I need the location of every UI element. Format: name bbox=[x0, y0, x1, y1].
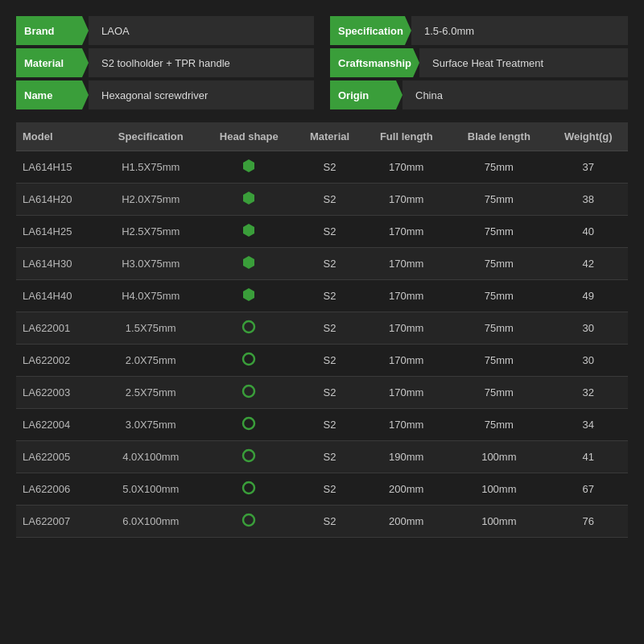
table-cell: LA622007 bbox=[16, 506, 100, 538]
svg-marker-1 bbox=[243, 192, 254, 204]
table-section: ModelSpecificationHead shapeMaterialFull… bbox=[16, 122, 628, 628]
head-shape-cell bbox=[202, 216, 296, 248]
table-header: Weight(g) bbox=[549, 122, 628, 151]
main-container: BrandLAOAMaterialS2 toolholder + TPR han… bbox=[0, 0, 644, 644]
table-cell: 75mm bbox=[449, 184, 549, 216]
table-cell: S2 bbox=[296, 280, 364, 312]
table-cell: 170mm bbox=[363, 184, 449, 216]
table-cell: S2 bbox=[296, 248, 364, 280]
table-cell: S2 bbox=[296, 441, 364, 473]
info-row: Specification1.5-6.0mm bbox=[330, 16, 628, 45]
specs-table: ModelSpecificationHead shapeMaterialFull… bbox=[16, 122, 628, 538]
svg-point-8 bbox=[243, 418, 254, 429]
table-row: LA614H20H2.0X75mm S2170mm75mm38 bbox=[16, 184, 628, 216]
table-cell: S2 bbox=[296, 216, 364, 248]
table-cell: 75mm bbox=[449, 216, 549, 248]
head-shape-cell bbox=[202, 377, 296, 409]
table-cell: 170mm bbox=[363, 345, 449, 377]
svg-point-7 bbox=[243, 386, 254, 397]
table-cell: LA622006 bbox=[16, 473, 100, 506]
head-shape-cell bbox=[202, 473, 296, 506]
table-cell: 100mm bbox=[449, 441, 549, 473]
table-cell: LA614H40 bbox=[16, 280, 100, 312]
table-cell: S2 bbox=[296, 377, 364, 409]
svg-marker-0 bbox=[243, 159, 254, 172]
table-cell: 3.0X75mm bbox=[100, 409, 202, 441]
head-shape-cell bbox=[202, 506, 296, 538]
table-row: LA614H15H1.5X75mm S2170mm75mm37 bbox=[16, 151, 628, 184]
table-cell: 170mm bbox=[363, 377, 449, 409]
table-cell: 170mm bbox=[363, 216, 449, 248]
table-cell: 34 bbox=[549, 409, 628, 441]
table-header: Full length bbox=[363, 122, 449, 151]
table-cell: 2.0X75mm bbox=[100, 345, 202, 377]
table-row: LA6220076.0X100mm S2200mm100mm76 bbox=[16, 506, 628, 538]
svg-point-9 bbox=[243, 450, 254, 461]
head-shape-cell bbox=[202, 345, 296, 377]
head-shape-cell bbox=[202, 151, 296, 184]
info-value: S2 toolholder + TPR handle bbox=[89, 48, 314, 77]
table-row: LA6220043.0X75mm S2170mm75mm34 bbox=[16, 409, 628, 441]
table-cell: 6.0X100mm bbox=[100, 506, 202, 538]
head-shape-cell bbox=[202, 280, 296, 312]
table-row: LA614H30H3.0X75mm S2170mm75mm42 bbox=[16, 248, 628, 280]
table-cell: H2.5X75mm bbox=[100, 216, 202, 248]
table-cell: 75mm bbox=[449, 345, 549, 377]
table-cell: 200mm bbox=[363, 473, 449, 506]
table-cell: LA622001 bbox=[16, 312, 100, 345]
svg-marker-2 bbox=[243, 224, 254, 237]
table-cell: S2 bbox=[296, 184, 364, 216]
table-cell: 75mm bbox=[449, 409, 549, 441]
table-cell: LA622003 bbox=[16, 377, 100, 409]
svg-point-5 bbox=[243, 321, 254, 332]
table-cell: 190mm bbox=[363, 441, 449, 473]
svg-point-11 bbox=[243, 514, 254, 526]
head-shape-cell bbox=[202, 312, 296, 345]
table-cell: 1.5X75mm bbox=[100, 312, 202, 345]
table-header: Specification bbox=[100, 122, 202, 151]
table-cell: 30 bbox=[549, 312, 628, 345]
head-shape-cell bbox=[202, 184, 296, 216]
info-card-right: Specification1.5-6.0mmCraftsmanshipSurfa… bbox=[330, 16, 628, 109]
svg-point-10 bbox=[243, 482, 254, 493]
table-cell: 5.0X100mm bbox=[100, 473, 202, 506]
info-row: BrandLAOA bbox=[16, 16, 314, 45]
table-row: LA6220022.0X75mm S2170mm75mm30 bbox=[16, 345, 628, 377]
table-cell: LA614H30 bbox=[16, 248, 100, 280]
table-cell: 170mm bbox=[363, 248, 449, 280]
info-label: Origin bbox=[330, 80, 402, 109]
table-cell: S2 bbox=[296, 345, 364, 377]
table-cell: 32 bbox=[549, 377, 628, 409]
info-label: Name bbox=[16, 80, 89, 109]
info-value: Surface Heat Treatment bbox=[419, 48, 628, 77]
info-row: OriginChina bbox=[330, 80, 628, 109]
table-header: Head shape bbox=[202, 122, 296, 151]
svg-marker-3 bbox=[243, 256, 254, 269]
table-cell: 200mm bbox=[363, 506, 449, 538]
table-cell: LA614H20 bbox=[16, 184, 100, 216]
table-cell: H3.0X75mm bbox=[100, 248, 202, 280]
table-cell: 75mm bbox=[449, 377, 549, 409]
table-cell: LA614H25 bbox=[16, 216, 100, 248]
table-cell: 4.0X100mm bbox=[100, 441, 202, 473]
info-value: China bbox=[402, 80, 628, 109]
head-shape-cell bbox=[202, 248, 296, 280]
table-cell: 170mm bbox=[363, 312, 449, 345]
table-cell: 76 bbox=[549, 506, 628, 538]
table-cell: H1.5X75mm bbox=[100, 151, 202, 184]
table-cell: LA622002 bbox=[16, 345, 100, 377]
table-header: Model bbox=[16, 122, 100, 151]
table-cell: LA622004 bbox=[16, 409, 100, 441]
table-cell: 170mm bbox=[363, 409, 449, 441]
table-cell: H2.0X75mm bbox=[100, 184, 202, 216]
table-cell: 170mm bbox=[363, 151, 449, 184]
info-value: LAOA bbox=[89, 16, 314, 45]
table-cell: 37 bbox=[549, 151, 628, 184]
info-card-left: BrandLAOAMaterialS2 toolholder + TPR han… bbox=[16, 16, 314, 109]
info-row: MaterialS2 toolholder + TPR handle bbox=[16, 48, 314, 77]
table-cell: S2 bbox=[296, 506, 364, 538]
info-row: CraftsmanshipSurface Heat Treatment bbox=[330, 48, 628, 77]
table-cell: 30 bbox=[549, 345, 628, 377]
table-cell: 75mm bbox=[449, 248, 549, 280]
table-cell: 100mm bbox=[449, 506, 549, 538]
